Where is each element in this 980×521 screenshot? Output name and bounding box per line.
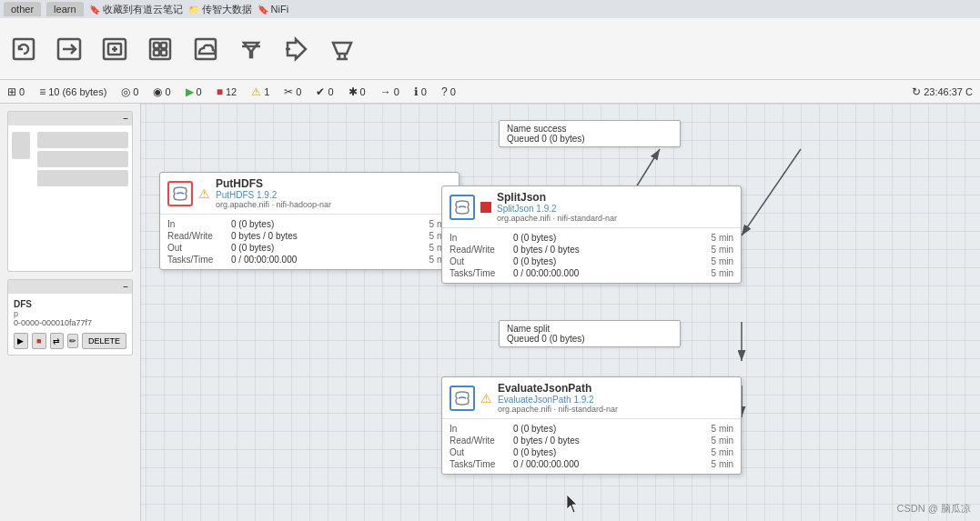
status-info: ℹ 0: [414, 85, 427, 98]
evaluatejsonpath-warning-icon: ⚠: [480, 391, 492, 406]
asterisk-status-icon: ✱: [349, 85, 358, 98]
splitjson-org: org.apache.nifi · nifi-standard-nar: [497, 214, 617, 223]
splitjson-icon: [450, 195, 475, 220]
browser-tabs: other learn 🔖 收藏到有道云笔记 📁 传智大数据 🔖 NiFi: [0, 0, 980, 18]
connection-split-queue: Queued 0 (0 bytes): [507, 334, 672, 344]
status-play: ▶ 0: [186, 85, 202, 98]
connection-success-name: Name success: [507, 124, 672, 134]
puthdfs-body: In 0 (0 bytes) 5 min Read/Write 0 bytes …: [160, 215, 459, 269]
svg-rect-0: [14, 39, 34, 59]
tab-other[interactable]: other: [4, 2, 41, 16]
svg-rect-7: [154, 50, 159, 55]
evaluatejsonpath-row-rw: Read/Write 0 bytes / 0 bytes 5 min: [450, 435, 733, 446]
sidebar-sub-label: p: [14, 309, 126, 318]
bookmark-icon-2: 📁: [188, 5, 199, 15]
evaluatejsonpath-row-tasks: Tasks/Time 0 / 00:00:00.000 5 min: [450, 458, 733, 470]
cloud-toolbar-icon[interactable]: [189, 33, 222, 65]
puthdfs-header: ⚠ PutHDFS PutHDFS 1.9.2 org.apache.nifi …: [160, 173, 459, 215]
stop-status-icon: ■: [217, 85, 223, 98]
bookmark-icon-1: 🔖: [89, 5, 100, 15]
svg-rect-5: [154, 43, 159, 48]
info-status-icon: ℹ: [414, 85, 419, 98]
sidebar-controls: ▶ ■ ⇄ ✏ DELETE: [14, 333, 126, 349]
status-time: ↻ 23:46:37 C: [912, 85, 973, 98]
splitjson-body: In 0 (0 bytes) 5 min Read/Write 0 bytes …: [442, 228, 741, 283]
edit-button[interactable]: ✏: [67, 334, 78, 348]
connection-success: Name success Queued 0 (0 bytes): [499, 120, 681, 147]
clock-status-icon: ↻: [912, 85, 921, 98]
splitjson-processor[interactable]: SplitJson SplitJson 1.9.2 org.apache.nif…: [441, 185, 742, 284]
splitjson-row-rw: Read/Write 0 bytes / 0 bytes 5 min: [450, 244, 733, 255]
svg-rect-4: [150, 39, 170, 59]
bookmark-icon-3: 🔖: [258, 5, 268, 15]
status-stop: ■ 12: [217, 85, 237, 98]
status-bar: ⊞ 0 ≡ 10 (66 bytes) ◎ 0 ◉ 0 ▶ 0 ■ 12 ⚠ 1…: [0, 80, 980, 104]
stop-toolbar-icon[interactable]: [280, 33, 313, 65]
bookmark-1[interactable]: 🔖 收藏到有道云笔记: [89, 3, 183, 16]
refresh-toolbar-icon[interactable]: [7, 33, 40, 65]
svg-line-17: [742, 149, 801, 235]
bookmark-2[interactable]: 📁 传智大数据: [188, 3, 252, 16]
puthdfs-row-out: Out 0 (0 bytes) 5 min: [167, 242, 451, 254]
list-status-icon: ≡: [39, 85, 45, 98]
sidebar-collapse-2[interactable]: −: [123, 282, 128, 292]
sidebar-dfs-label: DFS: [14, 299, 126, 309]
puthdfs-processor[interactable]: ⚠ PutHDFS PutHDFS 1.9.2 org.apache.nifi …: [159, 172, 460, 270]
sidebar-panel-1-body: [8, 125, 132, 271]
evaluatejsonpath-row-out: Out 0 (0 bytes) 5 min: [450, 446, 733, 458]
main-canvas[interactable]: Name success Queued 0 (0 bytes) Name spl…: [141, 104, 980, 521]
funnel-toolbar-icon[interactable]: [235, 33, 268, 65]
evaluatejsonpath-body: In 0 (0 bytes) 5 min Read/Write 0 bytes …: [442, 419, 741, 474]
export-toolbar-icon[interactable]: [98, 33, 131, 65]
evaluatejsonpath-name: EvaluateJsonPath: [498, 382, 618, 395]
splitjson-name: SplitJson: [497, 191, 617, 204]
tab-learn[interactable]: learn: [46, 2, 83, 16]
puthdfs-org: org.apache.nifi · nifi-hadoop-nar: [216, 200, 331, 209]
puthdfs-version: PutHDFS 1.9.2: [216, 190, 331, 200]
connection-split-name: Name split: [507, 324, 672, 334]
status-warn: ⚠ 1: [251, 85, 269, 98]
evaluatejsonpath-org: org.apache.nifi · nifi-standard-nar: [498, 405, 618, 414]
sidebar-mini-block-4: [37, 170, 128, 186]
svg-rect-6: [161, 43, 167, 48]
status-asterisk: ✱ 0: [349, 85, 366, 98]
arrow-status-icon: →: [380, 85, 391, 98]
main-toolbar: [0, 18, 980, 80]
question-status-icon: ?: [441, 85, 448, 98]
sidebar-collapse-1[interactable]: −: [123, 114, 128, 124]
svg-rect-8: [161, 50, 167, 55]
warn-status-icon: ⚠: [251, 85, 261, 98]
status-grid: ⊞ 0: [7, 85, 25, 98]
circle-status-icon: ◎: [121, 85, 130, 98]
splitjson-row-tasks: Tasks/Time 0 / 00:00:00.000 5 min: [450, 267, 733, 279]
status-question: ? 0: [441, 85, 456, 98]
status-scissors: ✂ 0: [284, 85, 301, 98]
evaluatejsonpath-processor[interactable]: ⚠ EvaluateJsonPath EvaluateJsonPath 1.9.…: [441, 376, 742, 475]
play-button[interactable]: ▶: [14, 333, 28, 349]
puthdfs-warning-icon: ⚠: [198, 186, 210, 201]
mouse-cursor: [567, 495, 581, 515]
play-status-icon: ▶: [186, 85, 194, 98]
sidebar: − − DFS p 0-0000-000010fa77f7 ▶ ■ ⇄: [0, 104, 141, 521]
evaluatejsonpath-header: ⚠ EvaluateJsonPath EvaluateJsonPath 1.9.…: [442, 377, 741, 419]
status-arrow: → 0: [380, 85, 399, 98]
puthdfs-name: PutHDFS: [216, 177, 331, 190]
sidebar-mini-block-2: [37, 132, 128, 148]
grid-status-icon: ⊞: [7, 85, 16, 98]
connection-success-queue: Queued 0 (0 bytes): [507, 134, 672, 144]
evaluatejsonpath-icon: [450, 386, 475, 411]
check-toolbar-icon[interactable]: [326, 33, 359, 65]
delete-button[interactable]: DELETE: [82, 333, 126, 349]
import-toolbar-icon[interactable]: [53, 33, 86, 65]
sidebar-mini-block-3: [37, 151, 128, 167]
splitjson-header: SplitJson SplitJson 1.9.2 org.apache.nif…: [442, 186, 741, 228]
route-button[interactable]: ⇄: [50, 333, 65, 349]
status-circle: ◎ 0: [121, 85, 138, 98]
splitjson-version: SplitJson 1.9.2: [497, 204, 617, 214]
group-toolbar-icon[interactable]: [144, 33, 177, 65]
status-check: ✔ 0: [316, 85, 333, 98]
stop-button[interactable]: ■: [32, 333, 46, 349]
puthdfs-row-in: In 0 (0 bytes) 5 min: [167, 218, 451, 230]
bookmark-3[interactable]: 🔖 NiFi: [258, 4, 289, 15]
status-list: ≡ 10 (66 bytes): [39, 85, 106, 98]
